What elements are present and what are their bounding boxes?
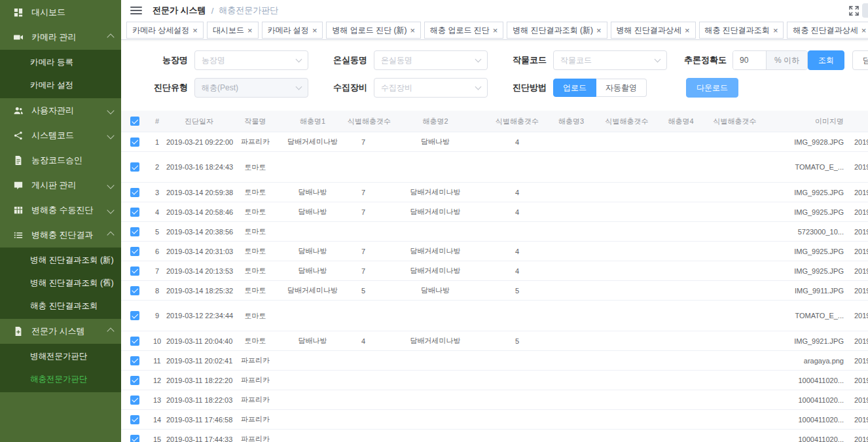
column-header[interactable]: 해충명2 <box>380 111 491 132</box>
select-all-checkbox[interactable] <box>130 117 139 126</box>
row-checkbox[interactable] <box>130 337 139 346</box>
filter-panel: 농장명 농장명 온실동명 온실동명 작물코드 작물코드 추론정확도 90 % 이… <box>121 40 868 111</box>
avatar[interactable] <box>862 3 868 18</box>
row-checkbox[interactable] <box>130 356 139 365</box>
row-checkbox[interactable] <box>130 138 139 147</box>
tab[interactable]: 해충 업로드 진단× <box>424 22 503 39</box>
close-icon[interactable]: × <box>410 26 415 35</box>
column-header[interactable]: # <box>149 111 166 132</box>
tab-label: 병해 진단결과조회 (新) <box>513 25 593 36</box>
crop-code-select[interactable]: 작물코드 <box>553 50 667 70</box>
sidebar-item[interactable]: 대시보드 <box>0 0 121 25</box>
fullscreen-icon[interactable] <box>849 6 859 16</box>
cell: 2019 <box>848 351 868 371</box>
main-content: 전문가 시스템 / 해충전문가판단 카메라 상세설정×대시보드×카메라 설정×병… <box>121 0 868 442</box>
close-icon[interactable]: × <box>773 26 778 35</box>
row-checkbox[interactable] <box>130 188 139 197</box>
close-icon[interactable]: × <box>493 26 498 35</box>
sidebar-item[interactable]: 농장코드승인 <box>0 148 121 173</box>
sidebar-item[interactable]: 병해충 진단결과 <box>0 223 121 248</box>
cell <box>380 390 491 410</box>
accuracy-input-group: 90 % 이하 <box>732 50 808 70</box>
cell <box>380 410 491 430</box>
row-checkbox[interactable] <box>130 267 139 276</box>
cell: 파프리카 <box>232 132 278 152</box>
cell: 파프리카 <box>232 410 278 430</box>
device-select[interactable]: 수집장비 <box>374 78 488 98</box>
sidebar-item[interactable]: 시스템코드 <box>0 123 121 148</box>
column-header[interactable]: 식별해충갯수 <box>347 111 380 132</box>
row-checkbox[interactable] <box>130 162 139 172</box>
tab[interactable]: 해충 진단결과조회× <box>699 22 784 39</box>
cell: 담배거세미나방 <box>380 202 491 222</box>
close-icon[interactable]: × <box>247 26 253 35</box>
row-checkbox[interactable] <box>130 247 139 256</box>
row-checkbox[interactable] <box>130 376 139 385</box>
dashboard-icon <box>13 7 24 18</box>
tab[interactable]: 병해 진단결과상세× <box>611 22 696 39</box>
device-label: 수집장비 <box>325 82 367 94</box>
row-checkbox[interactable] <box>130 415 139 424</box>
sidebar-subitem[interactable]: 해충 진단결과조회 <box>0 295 121 318</box>
column-header[interactable]: 해충명4 <box>655 111 707 132</box>
cell <box>707 371 763 390</box>
tab[interactable]: 병해 진단결과조회 (新)× <box>507 22 607 39</box>
tab[interactable]: 병해 업로드 진단 (新)× <box>326 22 421 39</box>
close-button[interactable]: 닫기 <box>852 50 868 70</box>
auto-capture-toggle-button[interactable]: 자동촬영 <box>596 79 647 97</box>
column-header[interactable]: 식별해충갯수 <box>599 111 655 132</box>
row-checkbox[interactable] <box>130 286 139 295</box>
sidebar-item[interactable]: 게시판 관리 <box>0 173 121 198</box>
breadcrumb-section[interactable]: 전문가 시스템 <box>153 5 206 16</box>
sidebar-subitem[interactable]: 병해 진단결과조회 (舊) <box>0 272 121 295</box>
tab[interactable]: 카메라 설정× <box>262 22 323 39</box>
tab[interactable]: 해충 진단결과상세× <box>787 22 868 39</box>
chevron-down-icon <box>107 132 114 139</box>
column-header[interactable]: 식별해충갯수 <box>707 111 763 132</box>
farm-code-approval-icon <box>13 155 24 166</box>
sidebar-subitem[interactable]: 카메라 설정 <box>0 74 121 97</box>
close-icon[interactable]: × <box>685 26 690 35</box>
farm-name-select[interactable]: 농장명 <box>194 50 308 70</box>
sidebar-item[interactable]: 사용자관리 <box>0 98 121 123</box>
diagnosis-type-select[interactable]: 해충(Pest) <box>194 78 308 98</box>
sidebar-subitem[interactable]: 병해 진단결과조회 (新) <box>0 249 121 272</box>
tab-label: 카메라 설정 <box>268 25 309 36</box>
tab[interactable]: 대시보드× <box>207 22 259 39</box>
search-button[interactable]: 조회 <box>808 50 844 70</box>
accuracy-input[interactable]: 90 <box>733 51 766 69</box>
upload-toggle-button[interactable]: 업로드 <box>553 79 596 97</box>
row-checkbox[interactable] <box>130 208 139 217</box>
sidebar-subitem[interactable]: 해충전문가판단 <box>0 368 121 391</box>
row-checkbox[interactable] <box>130 435 139 442</box>
close-icon[interactable]: × <box>861 26 867 35</box>
cell <box>380 222 491 242</box>
cell: 담배나방 <box>380 281 491 301</box>
column-header[interactable] <box>848 111 868 132</box>
column-header[interactable]: 작물명 <box>232 111 278 132</box>
sidebar-item[interactable]: 카메라 관리 <box>0 25 121 50</box>
sidebar-subitem[interactable]: 병해전문가판단 <box>0 345 121 368</box>
close-icon[interactable]: × <box>596 26 602 35</box>
close-icon[interactable]: × <box>312 26 317 35</box>
sidebar-subitem[interactable]: 카메라 등록 <box>0 51 121 74</box>
sidebar-item[interactable]: 전문가 시스템 <box>0 319 121 344</box>
chevron-up-icon <box>107 231 114 238</box>
column-header[interactable]: 이미지명 <box>763 111 848 132</box>
row-checkbox[interactable] <box>130 396 139 405</box>
download-button[interactable]: 다운로드 <box>686 78 738 98</box>
column-header[interactable]: 식별해충갯수 <box>491 111 543 132</box>
column-header[interactable]: 해충명1 <box>278 111 347 132</box>
cell <box>543 152 599 183</box>
tab[interactable]: 카메라 상세설정× <box>126 22 204 39</box>
row-checkbox[interactable] <box>130 311 139 320</box>
greenhouse-select[interactable]: 온실동명 <box>374 50 488 70</box>
column-header[interactable]: 진단일자 <box>166 111 232 132</box>
close-icon[interactable]: × <box>192 26 198 35</box>
hamburger-menu-icon[interactable] <box>130 7 142 14</box>
sidebar-item[interactable]: 병해충 수동진단 <box>0 198 121 223</box>
column-header[interactable]: 해충명3 <box>543 111 599 132</box>
row-checkbox[interactable] <box>130 227 139 236</box>
cell: IMG_9925.JPG <box>763 183 848 202</box>
cell: 2019-03-11 18:22:03 <box>166 390 232 410</box>
